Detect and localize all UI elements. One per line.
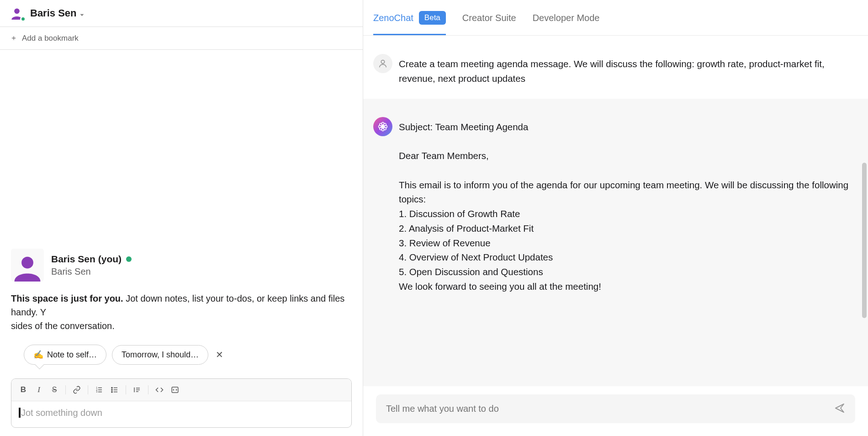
ai-closing: We look forward to seeing you all at the… [399,279,856,294]
chevron-down-icon: ⌄ [79,10,85,17]
user-avatar [373,54,392,73]
tab-developer-mode[interactable]: Developer Mode [533,13,600,34]
presence-indicator [20,16,26,22]
add-bookmark-button[interactable]: ＋ Add a bookmark [0,27,363,50]
chip-note-label: Note to self… [47,350,97,360]
tab-creator-suite[interactable]: Creator Suite [462,13,516,34]
blockquote-icon [133,386,141,394]
chip-tomorrow-label: Tomorrow, I should… [122,350,199,360]
profile-text: Baris Sen (you) Baris Sen [51,249,132,282]
svg-point-12 [111,389,112,390]
message-composer: B I S 123 [11,378,352,428]
svg-text:3: 3 [96,390,97,393]
presence-indicator [126,256,132,262]
writing-hand-emoji: ✍️ [33,350,43,360]
ai-avatar [373,117,392,136]
ai-item-4: 4. Overview of Next Product Updates [399,250,856,265]
profile-avatar[interactable] [11,249,44,282]
bold-button[interactable]: B [16,383,31,397]
ordered-list-icon: 123 [95,386,103,394]
tab-dev-label: Developer Mode [533,13,600,23]
svg-point-0 [14,9,20,14]
bulleted-list-button[interactable] [107,383,122,397]
chip-note-to-self[interactable]: ✍️ Note to self… [24,345,106,365]
chat-input[interactable] [386,404,829,414]
toolbar-separator [126,385,126,394]
blockquote-button[interactable] [130,383,144,397]
chat-scroll-area[interactable]: Create a team meeting agenda message. We… [363,36,868,386]
slack-self-dm-panel: Baris Sen ⌄ ＋ Add a bookmark Baris Sen (… [0,0,363,436]
ai-item-3: 3. Review of Revenue [399,236,856,250]
composer-input[interactable]: Jot something down [11,401,351,427]
profile-name: Baris Sen (you) [51,254,122,265]
composer-placeholder-text: Jot something down [21,408,102,418]
ai-item-5: 5. Open Discussion and Questions [399,265,856,279]
code-block-icon [171,386,179,394]
panel-tabs: ZenoChat Beta Creator Suite Developer Mo… [363,0,868,36]
send-icon [834,403,845,414]
plus-icon: ＋ [10,33,17,43]
profile-subname: Baris Sen [51,266,132,277]
beta-badge: Beta [419,11,446,25]
tab-zenochat[interactable]: ZenoChat Beta [373,11,446,35]
profile-name-line: Baris Sen (you) [51,254,132,265]
suggestion-chips-row: ✍️ Note to self… Tomorrow, I should… ✕ [11,345,352,365]
ai-greeting: Dear Team Members, [399,149,856,163]
channel-name-button[interactable]: Baris Sen ⌄ [30,7,85,19]
toolbar-separator [148,385,148,394]
chip-tomorrow[interactable]: Tomorrow, I should… [112,345,208,365]
ai-side-panel: ZenoChat Beta Creator Suite Developer Mo… [363,0,868,436]
dismiss-chips-button[interactable]: ✕ [214,347,225,362]
user-message: Create a team meeting agenda message. We… [363,36,868,99]
ai-subject: Subject: Team Meeting Agenda [399,120,856,134]
svg-point-1 [21,257,33,269]
user-icon [13,253,42,282]
link-button[interactable] [69,383,84,397]
svg-point-13 [111,391,112,392]
self-space-area: Baris Sen (you) Baris Sen This space is … [0,50,363,436]
self-space-description: This space is just for you. Jot down not… [11,292,352,333]
send-button[interactable] [834,403,845,415]
link-icon [73,386,81,394]
bookmark-label: Add a bookmark [22,34,79,43]
composer-toolbar: B I S 123 [11,379,351,401]
tab-creator-label: Creator Suite [462,13,516,23]
strikethrough-button[interactable]: S [47,383,62,397]
chat-input-container [363,386,868,436]
assistant-message-text: Subject: Team Meeting Agenda Dear Team M… [399,117,856,373]
channel-header: Baris Sen ⌄ [0,0,363,27]
assistant-message: Subject: Team Meeting Agenda Dear Team M… [363,99,868,386]
ai-intro: This email is to inform you of the agend… [399,178,856,207]
scrollbar[interactable] [862,163,867,318]
desc-line2: sides of the conversation. [11,321,115,331]
profile-block: Baris Sen (you) Baris Sen [11,249,352,282]
ai-item-1: 1. Discussion of Growth Rate [399,207,856,221]
chat-input-bar [376,394,855,423]
toolbar-separator [65,385,66,394]
code-icon [155,386,164,394]
svg-point-20 [382,125,384,127]
svg-point-11 [111,387,112,388]
code-block-button[interactable] [168,383,182,397]
ai-item-2: 2. Analysis of Product-Market Fit [399,221,856,236]
header-name-text: Baris Sen [30,7,77,19]
svg-point-19 [381,60,384,64]
ordered-list-button[interactable]: 123 [92,383,106,397]
flower-icon [377,121,388,132]
code-button[interactable] [152,383,167,397]
header-avatar [9,5,25,21]
user-message-text: Create a team meeting agenda message. We… [399,54,856,86]
bulleted-list-icon [111,386,119,394]
toolbar-separator [88,385,88,394]
user-icon [378,58,388,69]
tab-zenochat-label: ZenoChat [373,13,413,23]
desc-bold: This space is just for you. [11,293,123,303]
italic-button[interactable]: I [32,383,46,397]
